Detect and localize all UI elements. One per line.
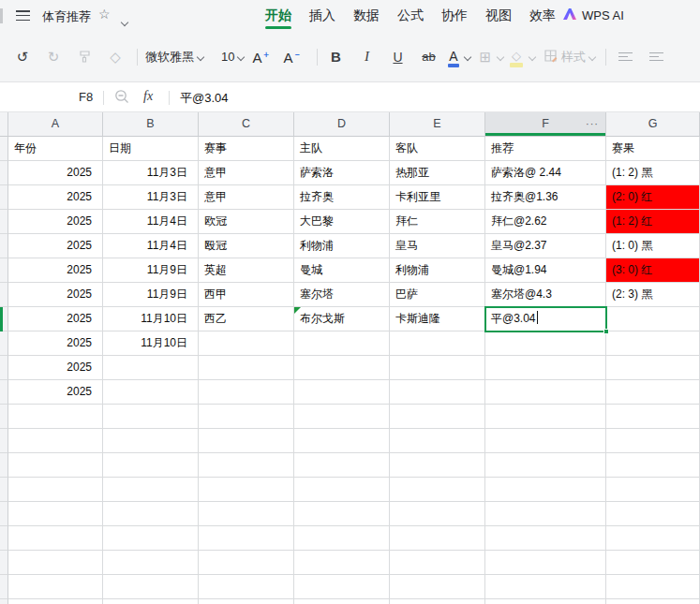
cell-A7[interactable]: 2025 [8, 283, 103, 307]
cell-G11[interactable] [606, 380, 700, 405]
cell-B5[interactable]: 11月4日 [103, 234, 199, 258]
cell-A3[interactable]: 2025 [8, 185, 103, 210]
cell-C2[interactable]: 意甲 [199, 161, 294, 185]
cell-G14[interactable] [606, 453, 700, 478]
cell-A8[interactable]: 2025 [8, 307, 103, 331]
tab-开始[interactable]: 开始 [265, 0, 291, 32]
borders-button[interactable]: ⊞ [480, 45, 504, 69]
cell-F14[interactable] [485, 453, 606, 478]
column-header-G[interactable]: G [606, 112, 700, 137]
undo-button[interactable]: ↺ [11, 45, 34, 69]
cell-E2[interactable]: 热那亚 [390, 161, 485, 185]
cell-G15[interactable] [606, 478, 700, 502]
row-header[interactable] [0, 331, 8, 356]
column-header-A[interactable]: A [8, 112, 103, 137]
row-header[interactable] [0, 575, 8, 599]
cell-G4[interactable]: (1: 2) 红 [606, 210, 700, 234]
cell-E20[interactable] [390, 599, 485, 604]
cell-F7[interactable]: 塞尔塔@4.3 [485, 283, 606, 307]
cell-A13[interactable] [8, 429, 103, 453]
cell-C6[interactable]: 英超 [199, 258, 294, 283]
cell-E7[interactable]: 巴萨 [390, 283, 485, 307]
cell-F15[interactable] [485, 478, 606, 502]
cell-B6[interactable]: 11月9日 [103, 258, 199, 283]
cell-A9[interactable]: 2025 [8, 331, 103, 356]
cell-A16[interactable] [8, 502, 103, 526]
cell-A19[interactable] [8, 575, 103, 599]
cell-F20[interactable] [485, 599, 606, 604]
tab-数据[interactable]: 数据 [353, 0, 380, 32]
cell-C13[interactable] [199, 429, 294, 453]
cell-D15[interactable] [294, 478, 390, 502]
tab-协作[interactable]: 协作 [441, 0, 468, 32]
cell-A10[interactable]: 2025 [8, 356, 103, 380]
cell-C1[interactable]: 赛事 [199, 137, 294, 161]
row-header[interactable] [0, 234, 8, 258]
row-header[interactable] [0, 258, 8, 283]
cell-G19[interactable] [606, 575, 700, 599]
cell-A2[interactable]: 2025 [8, 161, 103, 185]
cell-D3[interactable]: 拉齐奥 [294, 185, 390, 210]
cell-D10[interactable] [294, 356, 390, 380]
cell-D20[interactable] [294, 599, 390, 604]
cell-B8[interactable]: 11月10日 [103, 307, 199, 331]
cell-E6[interactable]: 利物浦 [390, 258, 485, 283]
cell-A17[interactable] [8, 526, 103, 551]
cell-E3[interactable]: 卡利亚里 [390, 185, 485, 210]
cell-F1[interactable]: 推荐 [485, 137, 606, 161]
cell-F18[interactable] [485, 551, 606, 575]
row-header[interactable] [0, 453, 8, 478]
cell-B4[interactable]: 11月4日 [103, 210, 199, 234]
column-header-D[interactable]: D [294, 112, 390, 137]
tab-效率[interactable]: 效率 [529, 0, 556, 32]
cell-G18[interactable] [606, 551, 700, 575]
italic-button[interactable]: I [356, 45, 379, 69]
cell-C3[interactable]: 意甲 [199, 185, 294, 210]
cell-E16[interactable] [390, 502, 485, 526]
cell-E19[interactable] [390, 575, 485, 599]
cell-E4[interactable]: 拜仁 [390, 210, 485, 234]
cell-D18[interactable] [294, 551, 390, 575]
cell-G17[interactable] [606, 526, 700, 551]
tab-插入[interactable]: 插入 [309, 0, 335, 32]
cell-B14[interactable] [103, 453, 199, 478]
cell-C19[interactable] [199, 575, 294, 599]
cell-D1[interactable]: 主队 [294, 137, 390, 161]
tab-公式[interactable]: 公式 [397, 0, 424, 32]
row-header[interactable] [0, 283, 8, 307]
column-header-B[interactable]: B [103, 112, 199, 137]
cell-D5[interactable]: 利物浦 [294, 234, 390, 258]
column-header-C[interactable]: C [199, 112, 294, 137]
cell-G12[interactable] [606, 405, 700, 429]
cell-F12[interactable] [485, 405, 606, 429]
cell-C9[interactable] [199, 331, 294, 356]
cell-D17[interactable] [294, 526, 390, 551]
cell-E13[interactable] [390, 429, 485, 453]
fill-color-button[interactable]: ◇ [512, 45, 535, 69]
insert-function-icon[interactable]: fx [143, 89, 153, 104]
row-header[interactable] [0, 551, 8, 575]
cell-G10[interactable] [606, 356, 700, 380]
align-left-button[interactable] [614, 45, 636, 69]
cell-G7[interactable]: (2: 3) 黑 [606, 283, 700, 307]
font-name-select[interactable]: 微软雅黑 [145, 45, 203, 69]
cell-F9[interactable] [485, 331, 606, 356]
underline-button[interactable]: U [387, 45, 410, 69]
cell-G6[interactable]: (3: 0) 红 [606, 258, 700, 283]
cell-B12[interactable] [103, 405, 199, 429]
bold-button[interactable]: B [325, 45, 348, 69]
cell-A18[interactable] [8, 551, 103, 575]
cell-E11[interactable] [390, 380, 485, 405]
row-header[interactable] [0, 429, 8, 453]
cell-D16[interactable] [294, 502, 390, 526]
eraser-icon[interactable]: ◇ [104, 45, 127, 69]
cell-C17[interactable] [199, 526, 294, 551]
cell-C12[interactable] [199, 405, 294, 429]
cell-F5[interactable]: 皇马@2.37 [485, 234, 606, 258]
cell-B16[interactable] [103, 502, 199, 526]
cell-B10[interactable] [103, 356, 199, 380]
row-header[interactable] [0, 137, 8, 161]
cell-F2[interactable]: 萨索洛@ 2.44 [485, 161, 606, 185]
cell-D8[interactable]: 布尔戈斯 [294, 307, 390, 331]
cell-C7[interactable]: 西甲 [199, 283, 294, 307]
